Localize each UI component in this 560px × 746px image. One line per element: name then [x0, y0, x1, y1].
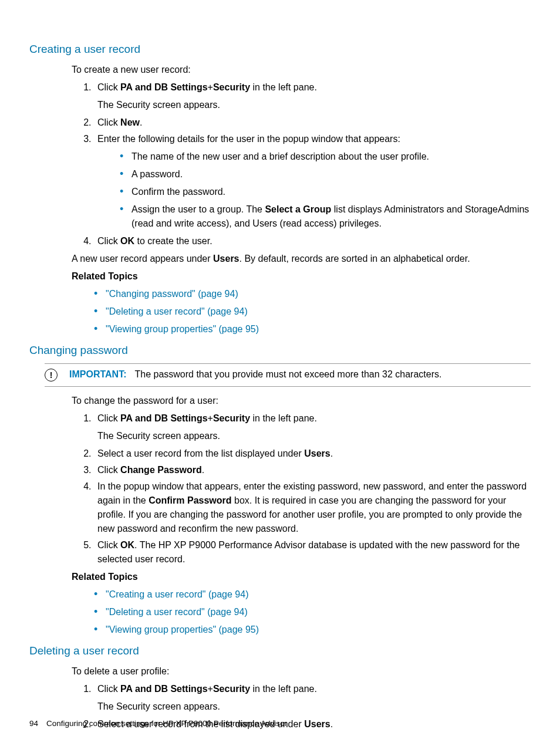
important-note: ! IMPORTANT:The password that you provid…	[45, 363, 531, 387]
related-link-item: "Creating a user record" (page 94)	[94, 588, 531, 602]
link-changing-password[interactable]: "Changing password" (page 94)	[106, 289, 238, 299]
steps-list: Click PA and DB Settings+Security in the…	[72, 80, 531, 248]
step-item: Select a user record from the list displ…	[94, 447, 531, 461]
section-heading-creating: Creating a user record	[29, 41, 531, 58]
footer-title: Configuring common settings for HP XP P9…	[46, 719, 287, 728]
note-label: IMPORTANT:	[69, 369, 126, 379]
intro-text: To create a new user record:	[72, 63, 531, 77]
link-deleting-user-record[interactable]: "Deleting a user record" (page 94)	[106, 607, 248, 617]
note-text: The password that you provide must not e…	[134, 369, 441, 379]
link-creating-user-record[interactable]: "Creating a user record" (page 94)	[106, 589, 248, 599]
step-subtext: The Security screen appears.	[97, 98, 531, 112]
step-item: Click PA and DB Settings+Security in the…	[94, 411, 531, 443]
step-item: Click PA and DB Settings+Security in the…	[94, 682, 531, 714]
bullet-item: Assign the user to a group. The Select a…	[120, 202, 531, 231]
bullet-item: A password.	[120, 167, 531, 181]
bullet-item: The name of the new user and a brief des…	[120, 150, 531, 164]
bullet-item: Confirm the password.	[120, 185, 531, 199]
page-footer: 94Configuring common settings for HP XP …	[29, 718, 287, 730]
related-link-item: "Deleting a user record" (page 94)	[94, 605, 531, 619]
step-item: Click OK to create the user.	[94, 234, 531, 248]
section-body-changing: To change the password for a user: Click…	[72, 394, 531, 637]
related-topics-label: Related Topics	[72, 570, 531, 584]
section-heading-changing: Changing password	[29, 342, 531, 359]
step-item: Click PA and DB Settings+Security in the…	[94, 80, 531, 112]
link-viewing-group-properties[interactable]: "Viewing group properties" (page 95)	[106, 324, 259, 334]
intro-text: To change the password for a user:	[72, 394, 531, 408]
related-link-item: "Viewing group properties" (page 95)	[94, 623, 531, 637]
related-link-item: "Viewing group properties" (page 95)	[94, 322, 531, 336]
related-link-item: "Changing password" (page 94)	[94, 287, 531, 301]
related-topics-list: "Creating a user record" (page 94) "Dele…	[72, 588, 531, 637]
step-item: Click Change Password.	[94, 463, 531, 477]
step-item: Enter the following details for the user…	[94, 132, 531, 231]
related-topics-label: Related Topics	[72, 269, 531, 283]
section-heading-deleting: Deleting a user record	[29, 643, 531, 660]
step-subtext: The Security screen appears.	[97, 429, 531, 443]
step-item: In the popup window that appears, enter …	[94, 480, 531, 536]
link-deleting-user-record[interactable]: "Deleting a user record" (page 94)	[106, 306, 248, 316]
step-item: Click New.	[94, 116, 531, 130]
steps-list: Click PA and DB Settings+Security in the…	[72, 411, 531, 566]
related-link-item: "Deleting a user record" (page 94)	[94, 305, 531, 319]
intro-text: To delete a user profile:	[72, 664, 531, 679]
section-body-creating: To create a new user record: Click PA an…	[72, 63, 531, 336]
note-content: IMPORTANT:The password that you provide …	[69, 367, 441, 382]
related-topics-list: "Changing password" (page 94) "Deleting …	[72, 287, 531, 336]
step-item: Click OK. The HP XP P9000 Performance Ad…	[94, 538, 531, 566]
outro-text: A new user record appears under Users. B…	[72, 252, 531, 266]
important-icon: !	[45, 369, 58, 382]
sub-bullets: The name of the new user and a brief des…	[97, 150, 531, 231]
page-number: 94	[29, 719, 38, 728]
step-subtext: The Security screen appears.	[97, 700, 531, 714]
link-viewing-group-properties[interactable]: "Viewing group properties" (page 95)	[106, 625, 259, 634]
